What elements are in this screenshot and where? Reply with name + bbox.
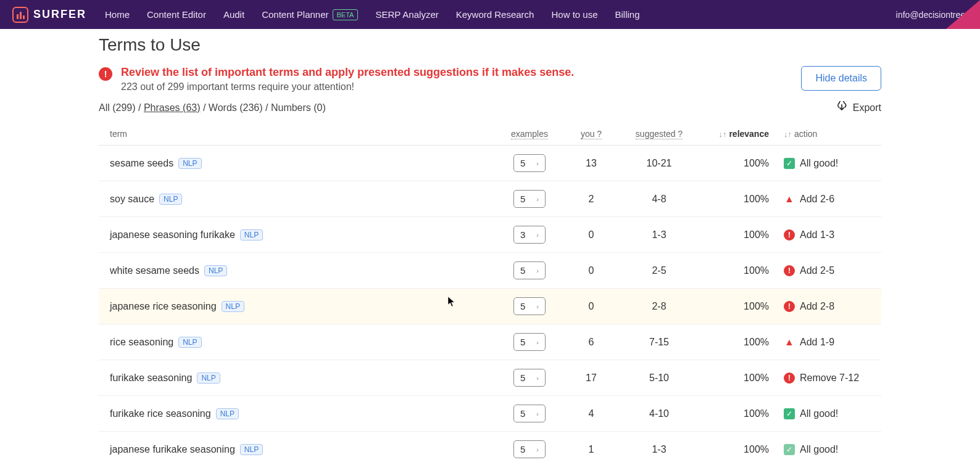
nav-content-editor[interactable]: Content Editor <box>147 9 206 20</box>
table-row[interactable]: sesame seedsNLP5›1310-21100%✓All good! <box>99 146 881 181</box>
examples-button[interactable]: 3› <box>513 226 546 244</box>
nav-howto-label: How to use <box>551 9 597 20</box>
nav-keyword-label: Keyword Research <box>456 9 534 20</box>
term-cell: japanese furikake seasoningNLP <box>99 432 499 466</box>
col-suggested[interactable]: suggested ? <box>622 123 696 146</box>
you-cell: 4 <box>560 396 622 432</box>
examples-button[interactable]: 5› <box>513 261 546 279</box>
filter-numbers[interactable]: Numbers (0) <box>271 102 326 113</box>
sep: / <box>263 102 271 113</box>
you-cell: 0 <box>560 289 622 324</box>
nlp-badge: NLP <box>204 265 227 276</box>
corner-decoration <box>946 0 980 29</box>
examples-button[interactable]: 5› <box>513 333 546 351</box>
table-row[interactable]: japanese seasoning furikakeNLP3›01-3100%… <box>99 217 881 253</box>
chevron-right-icon: › <box>536 267 539 274</box>
col-examples[interactable]: examples <box>499 123 560 146</box>
nlp-badge: NLP <box>197 372 220 384</box>
relevance-cell: 100% <box>696 217 776 253</box>
action-text: All good! <box>800 158 838 169</box>
col-relevance[interactable]: ↓↑relevance <box>696 123 776 146</box>
action-cell: ✓All good! <box>776 432 881 466</box>
sep: / <box>136 102 144 113</box>
term-text: furikake seasoning <box>110 372 192 384</box>
table-row[interactable]: japanese rice seasoningNLP5›02-8100%!Add… <box>99 289 881 324</box>
warning-circle-icon: ! <box>784 372 795 384</box>
nav-home[interactable]: Home <box>105 9 130 20</box>
brand-logo[interactable]: SURFER <box>12 7 86 23</box>
warning-circle-icon: ! <box>784 301 795 312</box>
you-cell: 0 <box>560 217 622 253</box>
term-text: furikake rice seasoning <box>110 408 211 419</box>
suggested-cell: 10-21 <box>622 146 696 181</box>
examples-button[interactable]: 5› <box>513 154 546 172</box>
table-row[interactable]: rice seasoningNLP5›67-15100%▲Add 1-9 <box>99 324 881 360</box>
action-text: Add 2-8 <box>800 301 834 312</box>
chevron-right-icon: › <box>536 160 539 167</box>
relevance-cell: 100% <box>696 181 776 217</box>
table-row[interactable]: soy sauceNLP5›24-8100%▲Add 2-6 <box>99 181 881 217</box>
examples-cell: 5› <box>499 396 560 432</box>
nav-audit[interactable]: Audit <box>223 9 244 20</box>
term-text: japanese rice seasoning <box>110 301 217 312</box>
suggested-cell: 4-10 <box>622 396 696 432</box>
examples-button[interactable]: 5› <box>513 440 546 458</box>
col-term: term <box>99 123 499 146</box>
relevance-cell: 100% <box>696 146 776 181</box>
sep: / <box>201 102 209 113</box>
table-row[interactable]: japanese furikake seasoningNLP5›11-3100%… <box>99 432 881 466</box>
nlp-badge: NLP <box>216 408 239 419</box>
main-content: Terms to Use ! Review the list of import… <box>0 29 980 465</box>
nav-billing-label: Billing <box>615 9 640 20</box>
examples-count: 5 <box>520 301 525 311</box>
table-header-row: term examples you ? suggested ? ↓↑releva… <box>99 123 881 146</box>
you-cell: 17 <box>560 360 622 396</box>
hide-details-button[interactable]: Hide details <box>801 66 881 91</box>
relevance-cell: 100% <box>696 360 776 396</box>
examples-button[interactable]: 5› <box>513 190 546 208</box>
term-text: japanese seasoning furikake <box>110 229 235 241</box>
relevance-cell: 100% <box>696 289 776 324</box>
export-button[interactable]: Export <box>836 101 881 114</box>
nav-content-planner[interactable]: Content Planner BETA <box>262 9 358 20</box>
nav-how-to-use[interactable]: How to use <box>551 9 597 20</box>
suggested-cell: 7-15 <box>622 324 696 360</box>
term-cell: rice seasoningNLP <box>99 324 499 360</box>
filter-tabs: All (299) / Phrases (63) / Words (236) /… <box>99 102 326 113</box>
examples-count: 5 <box>520 408 525 419</box>
action-cell: !Remove 7-12 <box>776 360 881 396</box>
filter-all[interactable]: All (299) <box>99 102 136 113</box>
filter-words[interactable]: Words (236) <box>209 102 263 113</box>
table-row[interactable]: white sesame seedsNLP5›02-5100%!Add 2-5 <box>99 253 881 289</box>
nav-billing[interactable]: Billing <box>615 9 640 20</box>
you-cell: 6 <box>560 324 622 360</box>
table-row[interactable]: furikake seasoningNLP5›175-10100%!Remove… <box>99 360 881 396</box>
action-text: All good! <box>800 444 838 455</box>
col-action[interactable]: ↓↑action <box>776 123 881 146</box>
suggested-cell: 2-5 <box>622 253 696 289</box>
warning-triangle-icon: ▲ <box>784 194 795 205</box>
examples-cell: 5› <box>499 432 560 466</box>
action-text: Add 1-3 <box>800 229 834 241</box>
chevron-right-icon: › <box>536 231 539 239</box>
action-cell: !Add 2-5 <box>776 253 881 289</box>
examples-count: 5 <box>520 337 525 347</box>
term-cell: sesame seedsNLP <box>99 146 499 181</box>
table-row[interactable]: furikake rice seasoningNLP5›44-10100%✓Al… <box>99 396 881 432</box>
logo-icon <box>12 7 28 23</box>
examples-cell: 5› <box>499 360 560 396</box>
nav-serp-analyzer[interactable]: SERP Analyzer <box>375 9 438 20</box>
nlp-badge: NLP <box>222 301 244 312</box>
nav-keyword-research[interactable]: Keyword Research <box>456 9 534 20</box>
examples-button[interactable]: 5› <box>513 405 546 422</box>
examples-button[interactable]: 5› <box>513 369 546 387</box>
warning-circle-icon: ! <box>784 265 795 276</box>
col-you[interactable]: you ? <box>560 123 622 146</box>
alert-text: Review the list of important terms and a… <box>121 66 574 93</box>
examples-button[interactable]: 5› <box>513 297 546 315</box>
alert-title: Review the list of important terms and a… <box>121 66 574 79</box>
warning-triangle-icon: ▲ <box>784 337 795 348</box>
examples-cell: 5› <box>499 146 560 181</box>
filter-phrases[interactable]: Phrases (63) <box>144 102 201 113</box>
chevron-right-icon: › <box>536 339 539 346</box>
